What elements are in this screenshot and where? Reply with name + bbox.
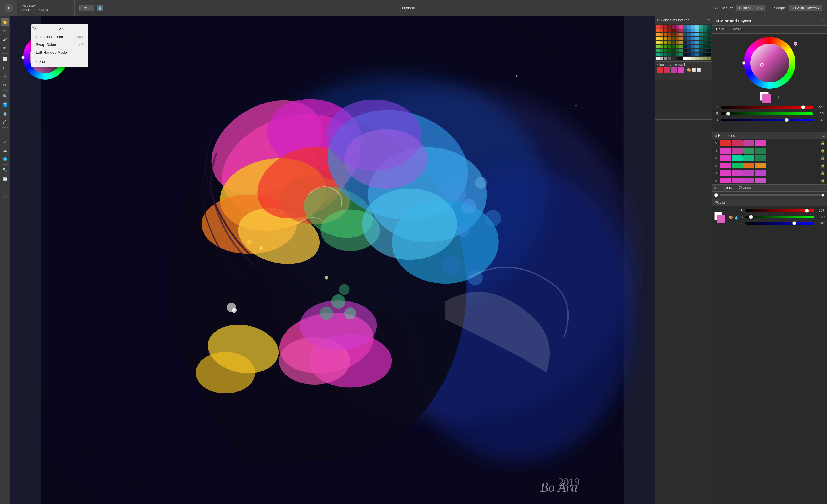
eye-dropper-tool[interactable]: 💧: [97, 5, 103, 11]
context-menu: ≡ Pin Use Clone Color ⇧⌘Y Swap Colors ⇧X…: [31, 24, 89, 67]
options-section: Options: [108, 6, 414, 10]
tool-fill[interactable]: 🪣: [1, 101, 9, 109]
menu-item-pin[interactable]: Pin: [31, 25, 88, 33]
tool-hand[interactable]: 🖐: [1, 18, 9, 26]
tool-erase[interactable]: ✕: [1, 184, 9, 192]
tool-dropper[interactable]: 💧: [1, 109, 9, 117]
tool-liquify[interactable]: 💠: [1, 155, 9, 163]
tool-separator-3: [2, 128, 8, 128]
svg-point-47: [247, 240, 252, 245]
menu-item-close[interactable]: Close: [31, 58, 88, 66]
tool-shape[interactable]: ⬜: [1, 55, 9, 63]
menu-shortcut-use-clone-color: ⇧⌘Y: [75, 35, 84, 39]
menu-separator: [31, 57, 88, 57]
svg-point-48: [259, 246, 263, 250]
brush-info: Thick Paint Oils Palette Knife: [17, 0, 75, 16]
brush-sub-name: Oils Palette Knife: [21, 8, 71, 12]
tool-layer[interactable]: ⬛: [1, 192, 9, 200]
tool-separator-4: [2, 164, 8, 165]
tool-pencil[interactable]: ✏: [1, 27, 9, 35]
tool-select[interactable]: ⊞: [1, 64, 9, 72]
tool-vector[interactable]: ↗: [1, 138, 9, 146]
reset-button[interactable]: Reset: [79, 5, 94, 11]
context-menu-handle: ≡: [33, 25, 34, 29]
svg-text:✦: ✦: [7, 6, 10, 10]
tool-rotate[interactable]: 🔄: [1, 175, 9, 183]
tool-blur[interactable]: ☁: [1, 146, 9, 154]
toolbar: ✦ Thick Paint Oils Palette Knife Reset 💧…: [0, 0, 414, 16]
menu-item-swap-colors[interactable]: Swap Colors ⇧X: [31, 41, 88, 49]
tool-crop[interactable]: ✂: [1, 81, 9, 89]
options-label: Options: [402, 6, 414, 10]
menu-item-pin-label: Pin: [58, 27, 64, 31]
menu-item-use-clone-color-label: Use Clone Color: [36, 35, 63, 39]
app-icon: ✦: [0, 0, 17, 16]
tool-smudge[interactable]: 🖊: [1, 118, 9, 126]
tool-separator-1: [2, 53, 8, 54]
tool-pen[interactable]: ✒: [1, 44, 9, 52]
menu-item-left-handed[interactable]: Left-Handed Mode: [31, 49, 88, 56]
color-wheel-white-handle[interactable]: [21, 56, 25, 59]
menu-item-left-handed-label: Left-Handed Mode: [36, 50, 67, 55]
tool-text[interactable]: T: [1, 129, 9, 137]
menu-shortcut-swap-colors: ⇧X: [79, 43, 84, 47]
tool-brush[interactable]: 🖌: [1, 35, 9, 43]
menu-item-close-label: Close: [36, 60, 45, 64]
reset-section: Reset 💧: [75, 0, 108, 16]
tool-transform[interactable]: ➕: [1, 72, 9, 80]
left-sidebar: 🖐 ✏ 🖌 ✒ ⬜ ⊞ ➕ ✂ 🔍 🪣 💧 🖊 T ↗ ☁ 💠 🔦 🔄 ✕ ⬛: [0, 16, 10, 252]
menu-item-use-clone-color[interactable]: Use Clone Color ⇧⌘Y: [31, 33, 88, 41]
brush-main-name: Thick Paint: [21, 4, 71, 8]
menu-item-swap-colors-label: Swap Colors: [36, 43, 57, 47]
tool-separator-2: [2, 90, 8, 91]
tool-clone[interactable]: 🔦: [1, 166, 9, 174]
tool-zoom[interactable]: 🔍: [1, 92, 9, 100]
